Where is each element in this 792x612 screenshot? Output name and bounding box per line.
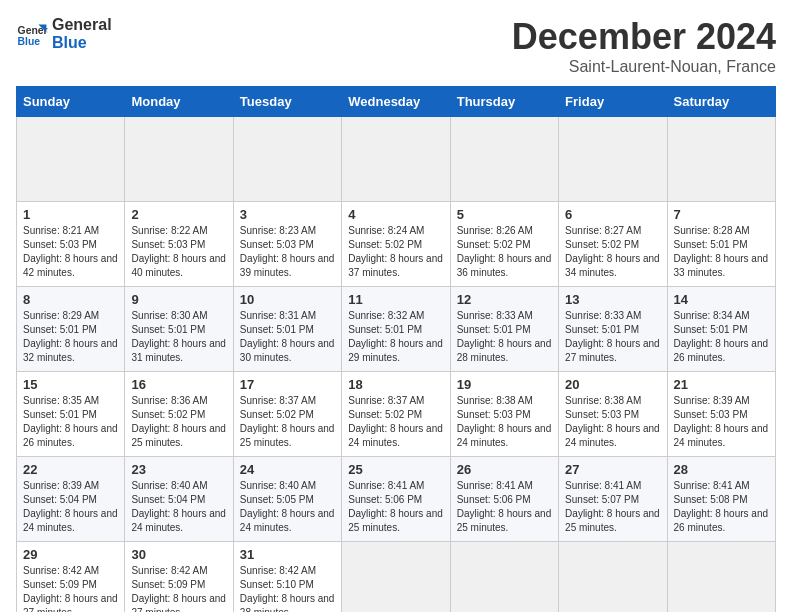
cell-content: Sunrise: 8:41 AMSunset: 5:07 PMDaylight:… bbox=[565, 479, 660, 535]
calendar-week-row: 22Sunrise: 8:39 AMSunset: 5:04 PMDayligh… bbox=[17, 457, 776, 542]
day-number: 24 bbox=[240, 462, 335, 477]
calendar-cell: 16Sunrise: 8:36 AMSunset: 5:02 PMDayligh… bbox=[125, 372, 233, 457]
calendar-cell bbox=[342, 117, 450, 202]
cell-content: Sunrise: 8:37 AMSunset: 5:02 PMDaylight:… bbox=[348, 394, 443, 450]
calendar-cell: 29Sunrise: 8:42 AMSunset: 5:09 PMDayligh… bbox=[17, 542, 125, 613]
day-header-wednesday: Wednesday bbox=[342, 87, 450, 117]
cell-content: Sunrise: 8:40 AMSunset: 5:05 PMDaylight:… bbox=[240, 479, 335, 535]
cell-content: Sunrise: 8:38 AMSunset: 5:03 PMDaylight:… bbox=[565, 394, 660, 450]
calendar-cell: 11Sunrise: 8:32 AMSunset: 5:01 PMDayligh… bbox=[342, 287, 450, 372]
calendar-cell: 5Sunrise: 8:26 AMSunset: 5:02 PMDaylight… bbox=[450, 202, 558, 287]
calendar-cell: 14Sunrise: 8:34 AMSunset: 5:01 PMDayligh… bbox=[667, 287, 775, 372]
day-number: 4 bbox=[348, 207, 443, 222]
cell-content: Sunrise: 8:42 AMSunset: 5:09 PMDaylight:… bbox=[131, 564, 226, 612]
svg-text:Blue: Blue bbox=[18, 36, 41, 47]
location-subtitle: Saint-Laurent-Nouan, France bbox=[512, 58, 776, 76]
day-header-saturday: Saturday bbox=[667, 87, 775, 117]
day-number: 31 bbox=[240, 547, 335, 562]
calendar-week-row bbox=[17, 117, 776, 202]
calendar-cell: 26Sunrise: 8:41 AMSunset: 5:06 PMDayligh… bbox=[450, 457, 558, 542]
calendar-cell: 9Sunrise: 8:30 AMSunset: 5:01 PMDaylight… bbox=[125, 287, 233, 372]
cell-content: Sunrise: 8:40 AMSunset: 5:04 PMDaylight:… bbox=[131, 479, 226, 535]
day-number: 30 bbox=[131, 547, 226, 562]
calendar-cell: 23Sunrise: 8:40 AMSunset: 5:04 PMDayligh… bbox=[125, 457, 233, 542]
cell-content: Sunrise: 8:36 AMSunset: 5:02 PMDaylight:… bbox=[131, 394, 226, 450]
day-number: 6 bbox=[565, 207, 660, 222]
day-number: 13 bbox=[565, 292, 660, 307]
calendar-cell bbox=[233, 117, 341, 202]
cell-content: Sunrise: 8:29 AMSunset: 5:01 PMDaylight:… bbox=[23, 309, 118, 365]
calendar-cell: 30Sunrise: 8:42 AMSunset: 5:09 PMDayligh… bbox=[125, 542, 233, 613]
day-number: 8 bbox=[23, 292, 118, 307]
cell-content: Sunrise: 8:33 AMSunset: 5:01 PMDaylight:… bbox=[457, 309, 552, 365]
calendar-week-row: 8Sunrise: 8:29 AMSunset: 5:01 PMDaylight… bbox=[17, 287, 776, 372]
calendar-cell: 6Sunrise: 8:27 AMSunset: 5:02 PMDaylight… bbox=[559, 202, 667, 287]
cell-content: Sunrise: 8:42 AMSunset: 5:10 PMDaylight:… bbox=[240, 564, 335, 612]
cell-content: Sunrise: 8:33 AMSunset: 5:01 PMDaylight:… bbox=[565, 309, 660, 365]
day-header-sunday: Sunday bbox=[17, 87, 125, 117]
calendar-cell bbox=[667, 117, 775, 202]
day-number: 23 bbox=[131, 462, 226, 477]
calendar-cell bbox=[450, 117, 558, 202]
day-number: 5 bbox=[457, 207, 552, 222]
calendar-table: SundayMondayTuesdayWednesdayThursdayFrid… bbox=[16, 86, 776, 612]
calendar-cell bbox=[450, 542, 558, 613]
cell-content: Sunrise: 8:38 AMSunset: 5:03 PMDaylight:… bbox=[457, 394, 552, 450]
calendar-cell: 22Sunrise: 8:39 AMSunset: 5:04 PMDayligh… bbox=[17, 457, 125, 542]
calendar-cell: 31Sunrise: 8:42 AMSunset: 5:10 PMDayligh… bbox=[233, 542, 341, 613]
calendar-cell: 25Sunrise: 8:41 AMSunset: 5:06 PMDayligh… bbox=[342, 457, 450, 542]
calendar-cell: 13Sunrise: 8:33 AMSunset: 5:01 PMDayligh… bbox=[559, 287, 667, 372]
day-number: 20 bbox=[565, 377, 660, 392]
calendar-cell: 15Sunrise: 8:35 AMSunset: 5:01 PMDayligh… bbox=[17, 372, 125, 457]
month-title: December 2024 bbox=[512, 16, 776, 58]
cell-content: Sunrise: 8:37 AMSunset: 5:02 PMDaylight:… bbox=[240, 394, 335, 450]
day-header-monday: Monday bbox=[125, 87, 233, 117]
day-number: 9 bbox=[131, 292, 226, 307]
day-number: 12 bbox=[457, 292, 552, 307]
cell-content: Sunrise: 8:41 AMSunset: 5:06 PMDaylight:… bbox=[457, 479, 552, 535]
title-area: December 2024 Saint-Laurent-Nouan, Franc… bbox=[512, 16, 776, 76]
calendar-cell: 20Sunrise: 8:38 AMSunset: 5:03 PMDayligh… bbox=[559, 372, 667, 457]
day-number: 25 bbox=[348, 462, 443, 477]
day-number: 18 bbox=[348, 377, 443, 392]
cell-content: Sunrise: 8:41 AMSunset: 5:08 PMDaylight:… bbox=[674, 479, 769, 535]
calendar-cell: 27Sunrise: 8:41 AMSunset: 5:07 PMDayligh… bbox=[559, 457, 667, 542]
calendar-cell: 18Sunrise: 8:37 AMSunset: 5:02 PMDayligh… bbox=[342, 372, 450, 457]
day-number: 16 bbox=[131, 377, 226, 392]
day-number: 26 bbox=[457, 462, 552, 477]
calendar-cell: 17Sunrise: 8:37 AMSunset: 5:02 PMDayligh… bbox=[233, 372, 341, 457]
cell-content: Sunrise: 8:39 AMSunset: 5:03 PMDaylight:… bbox=[674, 394, 769, 450]
calendar-cell: 28Sunrise: 8:41 AMSunset: 5:08 PMDayligh… bbox=[667, 457, 775, 542]
calendar-week-row: 29Sunrise: 8:42 AMSunset: 5:09 PMDayligh… bbox=[17, 542, 776, 613]
calendar-cell: 1Sunrise: 8:21 AMSunset: 5:03 PMDaylight… bbox=[17, 202, 125, 287]
calendar-cell bbox=[559, 542, 667, 613]
calendar-cell bbox=[559, 117, 667, 202]
calendar-cell bbox=[667, 542, 775, 613]
cell-content: Sunrise: 8:42 AMSunset: 5:09 PMDaylight:… bbox=[23, 564, 118, 612]
calendar-cell bbox=[17, 117, 125, 202]
cell-content: Sunrise: 8:21 AMSunset: 5:03 PMDaylight:… bbox=[23, 224, 118, 280]
calendar-week-row: 15Sunrise: 8:35 AMSunset: 5:01 PMDayligh… bbox=[17, 372, 776, 457]
calendar-cell: 2Sunrise: 8:22 AMSunset: 5:03 PMDaylight… bbox=[125, 202, 233, 287]
calendar-cell: 7Sunrise: 8:28 AMSunset: 5:01 PMDaylight… bbox=[667, 202, 775, 287]
header: General Blue General Blue December 2024 … bbox=[16, 16, 776, 76]
day-number: 21 bbox=[674, 377, 769, 392]
day-number: 3 bbox=[240, 207, 335, 222]
calendar-cell bbox=[125, 117, 233, 202]
day-number: 11 bbox=[348, 292, 443, 307]
day-number: 19 bbox=[457, 377, 552, 392]
calendar-cell: 4Sunrise: 8:24 AMSunset: 5:02 PMDaylight… bbox=[342, 202, 450, 287]
calendar-cell: 24Sunrise: 8:40 AMSunset: 5:05 PMDayligh… bbox=[233, 457, 341, 542]
day-header-friday: Friday bbox=[559, 87, 667, 117]
cell-content: Sunrise: 8:22 AMSunset: 5:03 PMDaylight:… bbox=[131, 224, 226, 280]
day-header-thursday: Thursday bbox=[450, 87, 558, 117]
calendar-header-row: SundayMondayTuesdayWednesdayThursdayFrid… bbox=[17, 87, 776, 117]
logo-line2: Blue bbox=[52, 34, 112, 52]
calendar-cell: 3Sunrise: 8:23 AMSunset: 5:03 PMDaylight… bbox=[233, 202, 341, 287]
cell-content: Sunrise: 8:39 AMSunset: 5:04 PMDaylight:… bbox=[23, 479, 118, 535]
day-number: 1 bbox=[23, 207, 118, 222]
cell-content: Sunrise: 8:23 AMSunset: 5:03 PMDaylight:… bbox=[240, 224, 335, 280]
calendar-cell bbox=[342, 542, 450, 613]
day-number: 10 bbox=[240, 292, 335, 307]
calendar-cell: 8Sunrise: 8:29 AMSunset: 5:01 PMDaylight… bbox=[17, 287, 125, 372]
